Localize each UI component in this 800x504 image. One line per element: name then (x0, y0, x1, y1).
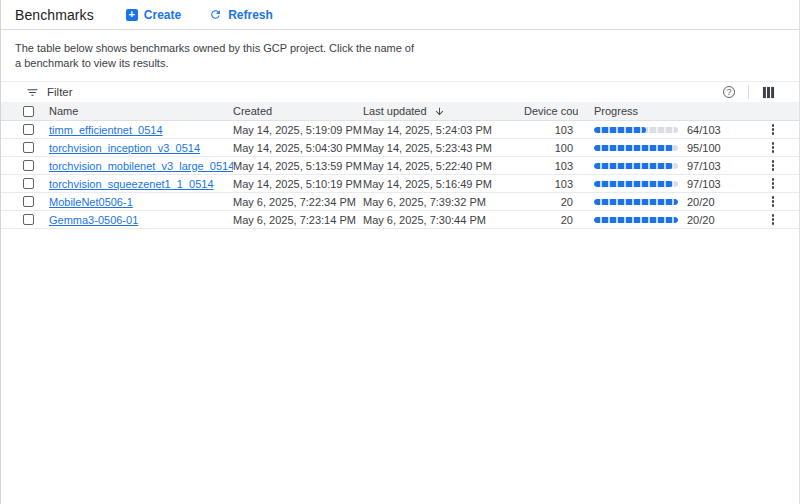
kebab-menu-icon[interactable] (767, 194, 779, 209)
last-updated-cell: May 14, 2025, 5:23:43 PM (363, 142, 524, 154)
row-checkbox[interactable] (23, 124, 34, 135)
table-filter-bar: Filter ? (1, 81, 799, 102)
last-updated-cell: May 6, 2025, 7:30:44 PM (363, 214, 524, 226)
device-count-cell: 103 (524, 160, 578, 172)
progress-bar (594, 199, 678, 205)
progress-value: 64/103 (687, 124, 721, 136)
refresh-button[interactable]: Refresh (205, 6, 277, 24)
header-device-count[interactable]: Device count (524, 105, 578, 117)
header-last-updated[interactable]: Last updated (363, 105, 524, 117)
device-count-cell: 103 (524, 124, 578, 136)
progress-cell: 20/20 (578, 214, 747, 226)
last-updated-cell: May 14, 2025, 5:22:40 PM (363, 160, 524, 172)
create-button-label: Create (144, 8, 181, 22)
page-description: The table below shows benchmarks owned b… (1, 30, 799, 81)
last-updated-cell: May 14, 2025, 5:16:49 PM (363, 178, 524, 190)
kebab-menu-icon[interactable] (767, 212, 779, 227)
progress-cell: 64/103 (578, 124, 747, 136)
description-line-1: The table below shows benchmarks owned b… (15, 41, 785, 56)
table-row: MobileNet0506-1 May 6, 2025, 7:22:34 PM … (1, 193, 799, 211)
kebab-menu-icon[interactable] (767, 176, 779, 191)
filter-list-icon (26, 86, 39, 99)
kebab-menu-icon[interactable] (767, 158, 779, 173)
kebab-menu-icon[interactable] (767, 140, 779, 155)
created-cell: May 6, 2025, 7:22:34 PM (233, 196, 363, 208)
table-row: Gemma3-0506-01 May 6, 2025, 7:23:14 PM M… (1, 211, 799, 229)
progress-value: 20/20 (687, 196, 715, 208)
created-cell: May 14, 2025, 5:10:19 PM (233, 178, 363, 190)
table-row: torchvision_inception_v3_0514 May 14, 20… (1, 139, 799, 157)
column-display-options-button[interactable] (762, 86, 775, 99)
top-toolbar: Benchmarks + Create Refresh (1, 0, 799, 30)
device-count-cell: 100 (524, 142, 578, 154)
create-button[interactable]: + Create (122, 6, 185, 24)
select-all-checkbox[interactable] (23, 106, 34, 117)
device-count-cell: 20 (524, 214, 578, 226)
progress-cell: 20/20 (578, 196, 747, 208)
help-circle-icon: ? (723, 86, 735, 98)
refresh-icon (209, 8, 222, 21)
last-updated-cell: May 14, 2025, 5:24:03 PM (363, 124, 524, 136)
benchmark-name-link[interactable]: torchvision_squeezenet1_1_0514 (49, 178, 214, 190)
progress-cell: 97/103 (578, 178, 747, 190)
table-row: torchvision_mobilenet_v3_large_0514 May … (1, 157, 799, 175)
progress-value: 97/103 (687, 178, 721, 190)
progress-value: 20/20 (687, 214, 715, 226)
row-checkbox[interactable] (23, 160, 34, 171)
progress-value: 95/100 (687, 142, 721, 154)
row-checkbox[interactable] (23, 142, 34, 153)
refresh-button-label: Refresh (228, 8, 273, 22)
toolbar-divider (748, 85, 749, 99)
kebab-menu-icon[interactable] (767, 122, 779, 137)
progress-bar (594, 127, 678, 133)
header-progress[interactable]: Progress (578, 105, 747, 117)
table-header-row: Name Created Last updated Device count P… (1, 102, 799, 121)
progress-bar (594, 163, 678, 169)
page-title: Benchmarks (15, 7, 94, 23)
help-button[interactable]: ? (723, 86, 735, 98)
progress-bar (594, 181, 678, 187)
benchmark-name-link[interactable]: timm_efficientnet_0514 (49, 124, 163, 136)
header-name[interactable]: Name (49, 105, 233, 117)
device-count-cell: 20 (524, 196, 578, 208)
row-checkbox[interactable] (23, 196, 34, 207)
benchmark-name-link[interactable]: MobileNet0506-1 (49, 196, 133, 208)
benchmarks-page: Benchmarks + Create Refresh The table be… (0, 0, 800, 504)
header-created[interactable]: Created (233, 105, 363, 117)
progress-bar (594, 145, 678, 151)
benchmark-name-link[interactable]: torchvision_inception_v3_0514 (49, 142, 200, 154)
table-row: timm_efficientnet_0514 May 14, 2025, 5:1… (1, 121, 799, 139)
progress-cell: 97/103 (578, 160, 747, 172)
filter-button[interactable]: Filter (26, 86, 73, 99)
last-updated-cell: May 6, 2025, 7:39:32 PM (363, 196, 524, 208)
progress-value: 97/103 (687, 160, 721, 172)
column-display-options-icon (762, 86, 775, 99)
benchmark-name-link[interactable]: Gemma3-0506-01 (49, 214, 138, 226)
benchmark-name-link[interactable]: torchvision_mobilenet_v3_large_0514 (49, 160, 233, 172)
row-checkbox[interactable] (23, 214, 34, 225)
progress-cell: 95/100 (578, 142, 747, 154)
arrow-downward-icon (434, 106, 445, 117)
row-checkbox[interactable] (23, 178, 34, 189)
device-count-cell: 103 (524, 178, 578, 190)
progress-bar (594, 217, 678, 223)
plus-box-icon: + (126, 9, 138, 21)
created-cell: May 14, 2025, 5:04:30 PM (233, 142, 363, 154)
created-cell: May 6, 2025, 7:23:14 PM (233, 214, 363, 226)
toolbar-actions: + Create Refresh (122, 6, 277, 24)
description-line-2: a benchmark to view its results. (15, 56, 785, 71)
created-cell: May 14, 2025, 5:19:09 PM (233, 124, 363, 136)
benchmarks-table: Name Created Last updated Device count P… (1, 102, 799, 229)
table-row: torchvision_squeezenet1_1_0514 May 14, 2… (1, 175, 799, 193)
filter-label: Filter (47, 86, 73, 98)
created-cell: May 14, 2025, 5:13:59 PM (233, 160, 363, 172)
table-tools: ? (723, 85, 775, 99)
